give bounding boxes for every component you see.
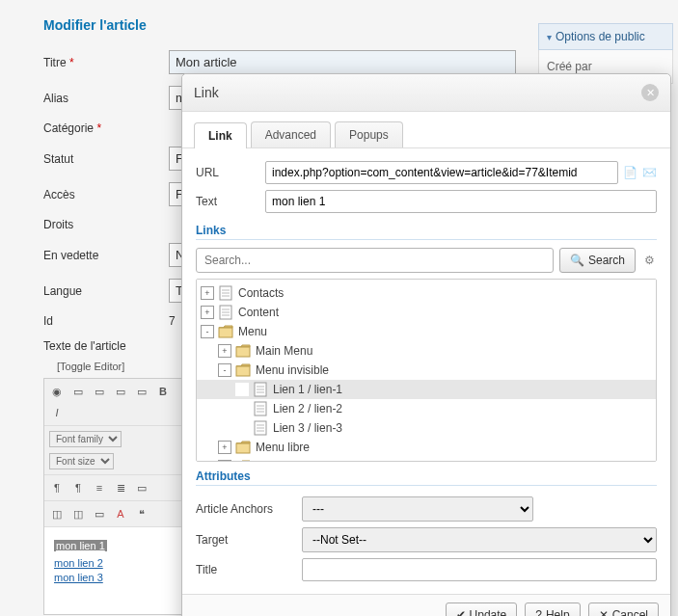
tree-label: Content — [238, 306, 279, 319]
link-tree[interactable]: +Contacts+Content-Menu+Main Menu-Menu in… — [196, 279, 657, 462]
tool-icon[interactable]: ◫ — [68, 504, 88, 523]
svg-rect-10 — [236, 366, 250, 376]
tree-node[interactable]: +Content — [197, 303, 656, 322]
close-icon[interactable]: ✕ — [641, 84, 659, 101]
editor-toolbar-1: ◉▭▭▭▭BI — [44, 379, 187, 426]
search-input[interactable] — [196, 248, 554, 273]
anchors-label: Article Anchors — [196, 502, 302, 516]
tree-label: Menu invisible — [256, 363, 329, 377]
title-input[interactable] — [302, 558, 657, 581]
tool-icon[interactable]: ¶ — [47, 478, 67, 497]
tool-icon[interactable]: ▭ — [90, 382, 109, 401]
tree-node[interactable]: +Contacts — [197, 283, 656, 303]
tree-node[interactable]: +Menu libre — [197, 438, 656, 457]
check-icon: ✔ — [456, 608, 466, 616]
label-langue: Langue — [43, 284, 169, 298]
expand-icon[interactable]: + — [201, 286, 214, 300]
label-vedette: En vedette — [43, 249, 169, 262]
tree-node[interactable]: +Main Menu — [197, 341, 656, 361]
font-family-select[interactable]: Font family — [49, 431, 122, 447]
search-button[interactable]: 🔍Search — [559, 248, 636, 273]
dialog-footer: ✔Update ?Help ✕Cancel — [182, 594, 670, 616]
text-input[interactable] — [265, 190, 657, 213]
editor-toolbar-3: ¶¶≡≣▭ — [44, 475, 187, 501]
content-link[interactable]: mon lien 2 — [54, 557, 177, 569]
content-link[interactable]: mon lien 1 — [54, 540, 107, 551]
spacer — [235, 402, 249, 415]
label-titre: Titre — [43, 56, 67, 69]
tool-icon[interactable]: ≡ — [90, 478, 109, 497]
wysiwyg-editor: ◉▭▭▭▭BI Font family Font size ¶¶≡≣▭ ◫◫▭A… — [43, 378, 188, 615]
x-icon: ✕ — [599, 608, 609, 616]
tool-icon[interactable]: ◉ — [47, 382, 67, 401]
expand-icon[interactable]: + — [201, 306, 214, 319]
tool-icon[interactable]: ≣ — [111, 478, 130, 497]
titre-input[interactable] — [169, 50, 516, 74]
spacer — [235, 421, 249, 435]
dialog-title: Link — [194, 85, 219, 100]
content-link[interactable]: mon lien 3 — [54, 572, 177, 583]
browse-icon[interactable]: 📄 — [622, 165, 637, 180]
attributes-legend: Attributes — [196, 462, 657, 486]
tab-link[interactable]: Link — [194, 122, 247, 148]
question-icon: ? — [535, 608, 542, 616]
mail-icon[interactable]: ✉️ — [641, 165, 657, 180]
tool-icon[interactable]: ❝ — [132, 504, 151, 523]
page-icon — [253, 382, 268, 397]
gear-icon[interactable]: ⚙ — [641, 253, 657, 268]
editor-toolbar-4: ◫◫▭A❝ — [44, 501, 187, 527]
bold-icon[interactable]: B — [153, 382, 173, 401]
tree-node[interactable]: Lien 2 / lien-2 — [197, 399, 656, 418]
tree-node[interactable]: -Menu — [197, 322, 656, 341]
tree-label: Lien 2 / lien-2 — [273, 402, 342, 415]
tab-bar: Link Advanced Popups — [182, 112, 670, 148]
anchors-select[interactable]: --- — [302, 496, 533, 522]
id-value: 7 — [169, 314, 176, 328]
url-input[interactable] — [265, 161, 618, 184]
cancel-button[interactable]: ✕Cancel — [588, 603, 659, 616]
tab-popups[interactable]: Popups — [335, 121, 403, 147]
help-button[interactable]: ?Help — [525, 603, 580, 616]
label-statut: Statut — [43, 152, 169, 166]
collapse-icon[interactable]: - — [218, 363, 231, 377]
update-button[interactable]: ✔Update — [446, 603, 518, 616]
tree-label: Contacts — [238, 286, 284, 300]
font-size-select[interactable]: Font size — [49, 453, 114, 469]
dialog-titlebar: Link ✕ — [182, 74, 670, 112]
tree-node[interactable]: Lien 1 / lien-1 — [197, 380, 656, 399]
label-alias: Alias — [43, 92, 169, 105]
tab-advanced[interactable]: Advanced — [251, 121, 331, 147]
target-label: Target — [196, 533, 302, 547]
tree-node[interactable]: Lien 3 / lien-3 — [197, 418, 656, 438]
target-select[interactable]: --Not Set-- — [302, 527, 657, 552]
tree-label: Lien 3 / lien-3 — [273, 421, 342, 435]
tool-icon[interactable]: A — [111, 504, 130, 523]
folder-icon — [235, 362, 251, 378]
text-label: Text — [196, 195, 265, 208]
link-dialog: Link ✕ Link Advanced Popups URL 📄 ✉️ Tex… — [181, 73, 671, 616]
tool-icon[interactable]: ¶ — [68, 478, 88, 497]
svg-rect-9 — [236, 347, 250, 357]
required-mark: * — [96, 121, 101, 135]
required-mark: * — [69, 56, 74, 69]
title-label: Title — [196, 563, 302, 576]
side-panel-title[interactable]: Options de public — [538, 23, 673, 50]
label-droits: Droits — [43, 218, 169, 231]
expand-icon[interactable]: + — [218, 344, 231, 358]
tree-label: Lien 1 / lien-1 — [273, 383, 342, 396]
svg-rect-8 — [219, 328, 232, 337]
expand-icon[interactable]: + — [218, 441, 231, 454]
tool-icon[interactable]: ◫ — [47, 504, 67, 523]
folder-icon — [218, 324, 233, 339]
tool-icon[interactable]: ▭ — [90, 504, 109, 523]
tool-icon[interactable]: ▭ — [111, 382, 130, 401]
tool-icon[interactable]: ▭ — [132, 382, 151, 401]
tree-node[interactable]: -Menu invisible — [197, 361, 656, 380]
collapse-icon[interactable]: - — [201, 325, 214, 338]
tool-icon[interactable]: ▭ — [68, 382, 88, 401]
tool-icon[interactable]: ▭ — [132, 478, 151, 497]
italic-icon[interactable]: I — [47, 403, 67, 422]
editor-content[interactable]: mon lien 1 mon lien 2 mon lien 3 — [44, 527, 187, 614]
page-icon — [218, 285, 233, 301]
folder-icon — [235, 343, 251, 359]
